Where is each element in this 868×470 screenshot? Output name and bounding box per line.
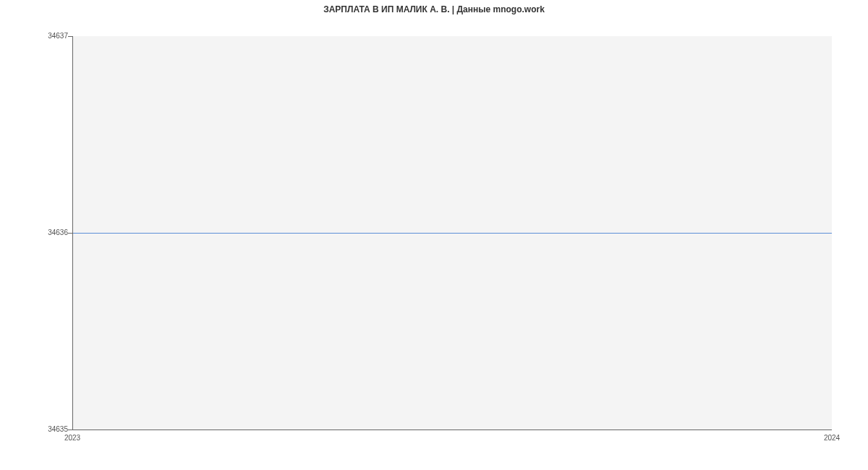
y-tick-label: 34637	[32, 32, 68, 40]
series-line	[73, 233, 832, 234]
x-tick-label: 2024	[817, 434, 846, 442]
chart-title: ЗАРПЛАТА В ИП МАЛИК А. В. | Данные mnogo…	[0, 4, 868, 14]
x-tick-label: 2023	[58, 434, 87, 442]
y-tick-label: 34635	[32, 425, 68, 433]
y-tick-label: 34636	[32, 228, 68, 236]
salary-line-chart: ЗАРПЛАТА В ИП МАЛИК А. В. | Данные mnogo…	[0, 0, 868, 470]
plot-area	[72, 36, 832, 430]
